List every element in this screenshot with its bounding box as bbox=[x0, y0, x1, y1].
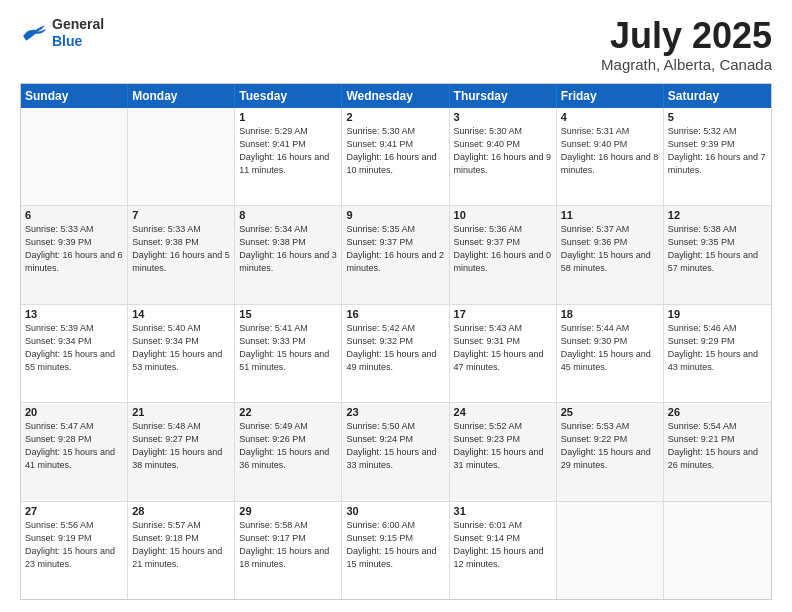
calendar-cell-2-3: 8Sunrise: 5:34 AMSunset: 9:38 PMDaylight… bbox=[235, 206, 342, 303]
day-number-9: 9 bbox=[346, 209, 444, 221]
sun-info-7: Sunrise: 5:33 AMSunset: 9:38 PMDaylight:… bbox=[132, 223, 230, 275]
logo-blue: Blue bbox=[52, 33, 104, 50]
day-number-22: 22 bbox=[239, 406, 337, 418]
calendar-cell-2-7: 12Sunrise: 5:38 AMSunset: 9:35 PMDayligh… bbox=[664, 206, 771, 303]
calendar-cell-5-4: 30Sunrise: 6:00 AMSunset: 9:15 PMDayligh… bbox=[342, 502, 449, 599]
sun-info-5: Sunrise: 5:32 AMSunset: 9:39 PMDaylight:… bbox=[668, 125, 767, 177]
sun-info-15: Sunrise: 5:41 AMSunset: 9:33 PMDaylight:… bbox=[239, 322, 337, 374]
calendar-week-1: 1Sunrise: 5:29 AMSunset: 9:41 PMDaylight… bbox=[21, 108, 771, 206]
sun-info-30: Sunrise: 6:00 AMSunset: 9:15 PMDaylight:… bbox=[346, 519, 444, 571]
calendar-cell-4-7: 26Sunrise: 5:54 AMSunset: 9:21 PMDayligh… bbox=[664, 403, 771, 500]
calendar-week-2: 6Sunrise: 5:33 AMSunset: 9:39 PMDaylight… bbox=[21, 206, 771, 304]
day-number-2: 2 bbox=[346, 111, 444, 123]
day-number-20: 20 bbox=[25, 406, 123, 418]
sun-info-17: Sunrise: 5:43 AMSunset: 9:31 PMDaylight:… bbox=[454, 322, 552, 374]
day-number-5: 5 bbox=[668, 111, 767, 123]
day-number-16: 16 bbox=[346, 308, 444, 320]
day-number-24: 24 bbox=[454, 406, 552, 418]
day-number-21: 21 bbox=[132, 406, 230, 418]
calendar-cell-1-2 bbox=[128, 108, 235, 205]
day-number-14: 14 bbox=[132, 308, 230, 320]
calendar: Sunday Monday Tuesday Wednesday Thursday… bbox=[20, 83, 772, 600]
day-number-18: 18 bbox=[561, 308, 659, 320]
month-year-title: July 2025 bbox=[601, 16, 772, 56]
sun-info-22: Sunrise: 5:49 AMSunset: 9:26 PMDaylight:… bbox=[239, 420, 337, 472]
day-number-4: 4 bbox=[561, 111, 659, 123]
sun-info-18: Sunrise: 5:44 AMSunset: 9:30 PMDaylight:… bbox=[561, 322, 659, 374]
sun-info-13: Sunrise: 5:39 AMSunset: 9:34 PMDaylight:… bbox=[25, 322, 123, 374]
calendar-cell-5-7 bbox=[664, 502, 771, 599]
calendar-week-3: 13Sunrise: 5:39 AMSunset: 9:34 PMDayligh… bbox=[21, 305, 771, 403]
day-number-15: 15 bbox=[239, 308, 337, 320]
logo-text: General Blue bbox=[52, 16, 104, 50]
header-friday: Friday bbox=[557, 84, 664, 108]
calendar-cell-4-3: 22Sunrise: 5:49 AMSunset: 9:26 PMDayligh… bbox=[235, 403, 342, 500]
logo-general: General bbox=[52, 16, 104, 33]
calendar-cell-4-2: 21Sunrise: 5:48 AMSunset: 9:27 PMDayligh… bbox=[128, 403, 235, 500]
calendar-cell-4-5: 24Sunrise: 5:52 AMSunset: 9:23 PMDayligh… bbox=[450, 403, 557, 500]
day-number-27: 27 bbox=[25, 505, 123, 517]
sun-info-14: Sunrise: 5:40 AMSunset: 9:34 PMDaylight:… bbox=[132, 322, 230, 374]
calendar-cell-1-3: 1Sunrise: 5:29 AMSunset: 9:41 PMDaylight… bbox=[235, 108, 342, 205]
calendar-cell-5-6 bbox=[557, 502, 664, 599]
day-number-17: 17 bbox=[454, 308, 552, 320]
day-number-30: 30 bbox=[346, 505, 444, 517]
calendar-header: Sunday Monday Tuesday Wednesday Thursday… bbox=[21, 84, 771, 108]
calendar-cell-3-3: 15Sunrise: 5:41 AMSunset: 9:33 PMDayligh… bbox=[235, 305, 342, 402]
calendar-cell-4-1: 20Sunrise: 5:47 AMSunset: 9:28 PMDayligh… bbox=[21, 403, 128, 500]
sun-info-29: Sunrise: 5:58 AMSunset: 9:17 PMDaylight:… bbox=[239, 519, 337, 571]
header-thursday: Thursday bbox=[450, 84, 557, 108]
logo: General Blue bbox=[20, 16, 104, 50]
day-number-3: 3 bbox=[454, 111, 552, 123]
page: General Blue July 2025 Magrath, Alberta,… bbox=[0, 0, 792, 612]
calendar-cell-3-4: 16Sunrise: 5:42 AMSunset: 9:32 PMDayligh… bbox=[342, 305, 449, 402]
sun-info-2: Sunrise: 5:30 AMSunset: 9:41 PMDaylight:… bbox=[346, 125, 444, 177]
sun-info-4: Sunrise: 5:31 AMSunset: 9:40 PMDaylight:… bbox=[561, 125, 659, 177]
calendar-body: 1Sunrise: 5:29 AMSunset: 9:41 PMDaylight… bbox=[21, 108, 771, 599]
sun-info-19: Sunrise: 5:46 AMSunset: 9:29 PMDaylight:… bbox=[668, 322, 767, 374]
header: General Blue July 2025 Magrath, Alberta,… bbox=[20, 16, 772, 73]
calendar-cell-2-1: 6Sunrise: 5:33 AMSunset: 9:39 PMDaylight… bbox=[21, 206, 128, 303]
calendar-cell-3-5: 17Sunrise: 5:43 AMSunset: 9:31 PMDayligh… bbox=[450, 305, 557, 402]
sun-info-16: Sunrise: 5:42 AMSunset: 9:32 PMDaylight:… bbox=[346, 322, 444, 374]
calendar-cell-2-5: 10Sunrise: 5:36 AMSunset: 9:37 PMDayligh… bbox=[450, 206, 557, 303]
day-number-28: 28 bbox=[132, 505, 230, 517]
day-number-23: 23 bbox=[346, 406, 444, 418]
calendar-cell-2-2: 7Sunrise: 5:33 AMSunset: 9:38 PMDaylight… bbox=[128, 206, 235, 303]
sun-info-12: Sunrise: 5:38 AMSunset: 9:35 PMDaylight:… bbox=[668, 223, 767, 275]
calendar-cell-1-1 bbox=[21, 108, 128, 205]
day-number-8: 8 bbox=[239, 209, 337, 221]
calendar-cell-5-3: 29Sunrise: 5:58 AMSunset: 9:17 PMDayligh… bbox=[235, 502, 342, 599]
sun-info-20: Sunrise: 5:47 AMSunset: 9:28 PMDaylight:… bbox=[25, 420, 123, 472]
title-block: July 2025 Magrath, Alberta, Canada bbox=[601, 16, 772, 73]
day-number-12: 12 bbox=[668, 209, 767, 221]
sun-info-27: Sunrise: 5:56 AMSunset: 9:19 PMDaylight:… bbox=[25, 519, 123, 571]
day-number-25: 25 bbox=[561, 406, 659, 418]
header-sunday: Sunday bbox=[21, 84, 128, 108]
sun-info-10: Sunrise: 5:36 AMSunset: 9:37 PMDaylight:… bbox=[454, 223, 552, 275]
calendar-week-4: 20Sunrise: 5:47 AMSunset: 9:28 PMDayligh… bbox=[21, 403, 771, 501]
day-number-6: 6 bbox=[25, 209, 123, 221]
header-saturday: Saturday bbox=[664, 84, 771, 108]
sun-info-24: Sunrise: 5:52 AMSunset: 9:23 PMDaylight:… bbox=[454, 420, 552, 472]
logo-bird-icon bbox=[20, 22, 48, 44]
day-number-13: 13 bbox=[25, 308, 123, 320]
day-number-31: 31 bbox=[454, 505, 552, 517]
sun-info-25: Sunrise: 5:53 AMSunset: 9:22 PMDaylight:… bbox=[561, 420, 659, 472]
sun-info-8: Sunrise: 5:34 AMSunset: 9:38 PMDaylight:… bbox=[239, 223, 337, 275]
calendar-cell-5-2: 28Sunrise: 5:57 AMSunset: 9:18 PMDayligh… bbox=[128, 502, 235, 599]
header-tuesday: Tuesday bbox=[235, 84, 342, 108]
sun-info-1: Sunrise: 5:29 AMSunset: 9:41 PMDaylight:… bbox=[239, 125, 337, 177]
calendar-cell-2-4: 9Sunrise: 5:35 AMSunset: 9:37 PMDaylight… bbox=[342, 206, 449, 303]
day-number-26: 26 bbox=[668, 406, 767, 418]
calendar-cell-1-6: 4Sunrise: 5:31 AMSunset: 9:40 PMDaylight… bbox=[557, 108, 664, 205]
calendar-cell-5-1: 27Sunrise: 5:56 AMSunset: 9:19 PMDayligh… bbox=[21, 502, 128, 599]
sun-info-21: Sunrise: 5:48 AMSunset: 9:27 PMDaylight:… bbox=[132, 420, 230, 472]
sun-info-23: Sunrise: 5:50 AMSunset: 9:24 PMDaylight:… bbox=[346, 420, 444, 472]
header-monday: Monday bbox=[128, 84, 235, 108]
sun-info-6: Sunrise: 5:33 AMSunset: 9:39 PMDaylight:… bbox=[25, 223, 123, 275]
calendar-cell-4-6: 25Sunrise: 5:53 AMSunset: 9:22 PMDayligh… bbox=[557, 403, 664, 500]
calendar-cell-4-4: 23Sunrise: 5:50 AMSunset: 9:24 PMDayligh… bbox=[342, 403, 449, 500]
sun-info-28: Sunrise: 5:57 AMSunset: 9:18 PMDaylight:… bbox=[132, 519, 230, 571]
day-number-29: 29 bbox=[239, 505, 337, 517]
